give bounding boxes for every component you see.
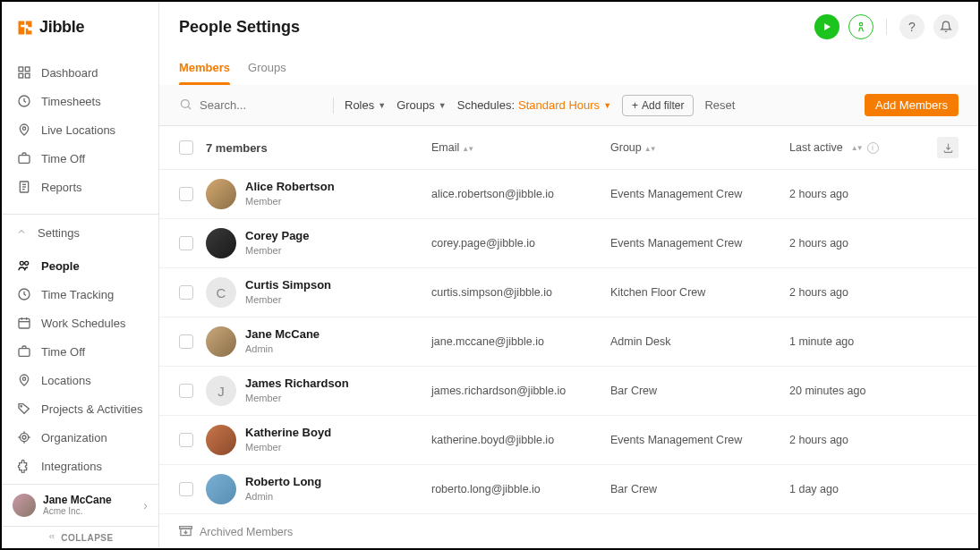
page-title: People Settings	[179, 18, 300, 37]
brand-logo[interactable]: Jibble	[2, 2, 158, 53]
member-role: Member	[245, 392, 349, 404]
plus-icon: +	[632, 99, 638, 112]
clock-in-button[interactable]	[814, 14, 839, 39]
nav-item-timesheets[interactable]: Timesheets	[2, 87, 158, 115]
nav-item-projects-activities[interactable]: Projects & Activities	[2, 394, 158, 423]
nav-item-reports[interactable]: Reports	[2, 173, 158, 201]
reset-filters[interactable]: Reset	[704, 98, 735, 112]
nav-item-time-off[interactable]: Time Off	[2, 144, 158, 173]
export-button[interactable]	[937, 137, 959, 158]
nav-item-label: Timesheets	[41, 95, 101, 108]
sort-icon: ▲▼	[462, 145, 473, 153]
row-checkbox[interactable]	[179, 334, 193, 349]
dashboard-icon	[16, 64, 32, 80]
svg-rect-18	[19, 349, 30, 357]
brand-name: Jibble	[39, 18, 84, 37]
header-last-active[interactable]: Last active▲▼i	[789, 141, 932, 154]
member-group: Bar Crew	[610, 483, 789, 495]
tag-icon	[16, 401, 32, 417]
nav-item-label: Integrations	[41, 460, 102, 473]
schedule-icon	[16, 315, 32, 331]
chevron-up-icon	[16, 226, 27, 240]
table-row[interactable]: JJames RichardsonMemberjames.richardson@…	[159, 367, 978, 416]
nav-item-time-off[interactable]: Time Off	[2, 337, 158, 366]
member-last-active: 2 hours ago	[789, 286, 932, 299]
member-group: Events Management Crew	[610, 237, 789, 250]
member-email: katherine.boyd@jibble.io	[431, 434, 610, 446]
nav-item-organization[interactable]: Organization	[2, 423, 158, 452]
svg-rect-14	[19, 318, 30, 328]
row-checkbox[interactable]	[179, 384, 193, 398]
nav-item-people[interactable]: People	[2, 251, 158, 280]
nav-item-work-schedules[interactable]: Work Schedules	[2, 309, 158, 337]
table-row[interactable]: Alice RobertsonMemberalice.robertson@jib…	[159, 170, 978, 219]
tab-groups[interactable]: Groups	[248, 52, 286, 85]
nav-item-integrations[interactable]: Integrations	[2, 452, 158, 480]
svg-line-25	[188, 106, 191, 109]
table-row[interactable]: Corey PageMembercorey.page@jibble.ioEven…	[159, 219, 978, 268]
table-row[interactable]: CCurtis SimpsonMembercurtis.simpson@jibb…	[159, 268, 978, 317]
search-input[interactable]	[200, 98, 322, 112]
svg-point-24	[182, 99, 190, 107]
filter-schedules[interactable]: Schedules: Standard Hours ▼	[457, 98, 611, 112]
nav-item-live-locations[interactable]: Live Locations	[2, 115, 158, 144]
puzzle-icon	[16, 458, 32, 474]
member-name: Roberto Long	[245, 475, 321, 490]
nav-item-label: Dashboard	[41, 66, 98, 80]
table-row[interactable]: Jane McCaneAdminjane.mccane@jibble.ioAdm…	[159, 317, 978, 367]
nav-item-label: Projects & Activities	[41, 402, 142, 416]
row-checkbox[interactable]	[179, 285, 193, 300]
user-info: Jane McCane Acme Inc.	[43, 494, 136, 517]
bell-icon	[940, 21, 952, 33]
svg-point-11	[20, 261, 23, 265]
nav-item-dashboard[interactable]: Dashboard	[2, 58, 158, 87]
member-group: Events Management Crew	[610, 434, 789, 446]
member-last-active: 20 minutes ago	[789, 385, 932, 397]
quick-action-button[interactable]	[848, 14, 873, 39]
nav-item-time-tracking[interactable]: Time Tracking	[2, 280, 158, 309]
row-checkbox[interactable]	[179, 482, 193, 496]
svg-point-21	[22, 436, 26, 439]
play-icon	[822, 21, 832, 32]
nav-settings-header[interactable]: Settings	[2, 220, 158, 246]
topbar-actions: ?	[814, 14, 959, 39]
member-email: alice.robertson@jibble.io	[431, 188, 610, 200]
row-checkbox[interactable]	[179, 236, 193, 250]
collapse-label: COLLAPSE	[61, 533, 113, 543]
nav-item-locations[interactable]: Locations	[2, 366, 158, 394]
filter-roles[interactable]: Roles▼	[345, 98, 386, 112]
tabs: MembersGroups	[159, 52, 978, 85]
member-name: Alice Robertson	[245, 180, 335, 195]
user-menu[interactable]: Jane McCane Acme Inc. ›	[2, 484, 158, 526]
member-last-active: 1 day ago	[789, 483, 932, 495]
notifications-button[interactable]	[933, 14, 959, 39]
nav-settings-label: Settings	[38, 226, 80, 240]
svg-point-20	[21, 406, 21, 407]
row-checkbox[interactable]	[179, 433, 193, 447]
table-row[interactable]: Roberto LongAdminroberto.long@jibble.ioB…	[159, 465, 978, 514]
table-row[interactable]: Katherine BoydMemberkatherine.boyd@jibbl…	[159, 416, 978, 465]
member-avatar	[206, 179, 236, 209]
row-checkbox[interactable]	[179, 187, 193, 201]
member-group: Bar Crew	[610, 385, 789, 397]
filter-groups[interactable]: Groups▼	[396, 98, 447, 112]
help-button[interactable]: ?	[899, 14, 925, 39]
suitcase-icon	[16, 343, 32, 360]
add-members-button[interactable]: Add Members	[865, 94, 959, 116]
tab-members[interactable]: Members	[179, 52, 230, 85]
svg-point-19	[22, 377, 25, 380]
info-icon[interactable]: i	[867, 142, 879, 154]
add-filter-button[interactable]: + Add filter	[622, 95, 694, 116]
members-count: 7 members	[206, 141, 268, 155]
caret-down-icon: ▼	[439, 101, 447, 110]
select-all-checkbox[interactable]	[179, 140, 193, 155]
header-email[interactable]: Email▲▼	[431, 141, 610, 154]
member-email: curtis.simpson@jibble.io	[431, 286, 610, 299]
header-group[interactable]: Group▲▼	[610, 141, 789, 154]
member-role: Member	[245, 441, 331, 453]
nav-item-label: Time Tracking	[41, 288, 114, 301]
member-role: Admin	[245, 490, 321, 503]
archived-members[interactable]: Archived Members	[159, 514, 978, 548]
topbar: People Settings ?	[159, 2, 978, 52]
collapse-sidebar[interactable]: COLLAPSE	[2, 526, 158, 548]
